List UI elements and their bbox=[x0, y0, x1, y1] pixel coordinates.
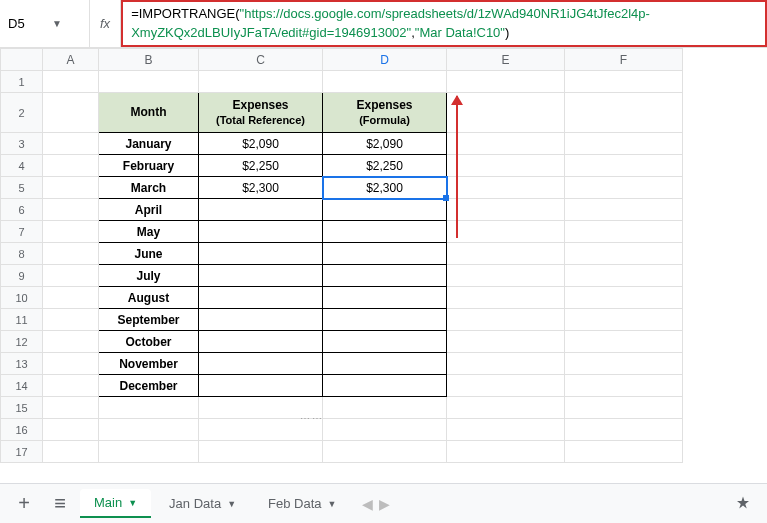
table-row[interactable]: March bbox=[99, 177, 199, 199]
name-box-input[interactable] bbox=[8, 16, 48, 31]
header-month[interactable]: Month bbox=[99, 93, 199, 133]
table-row[interactable]: May bbox=[99, 221, 199, 243]
col-header-e[interactable]: E bbox=[447, 49, 565, 71]
table-row[interactable]: July bbox=[99, 265, 199, 287]
row-header[interactable]: 1 bbox=[1, 71, 43, 93]
row-header[interactable]: 7 bbox=[1, 221, 43, 243]
sheet-tab-bar: + ≡ Main▼ Jan Data▼ Feb Data▼ ◀ ▶ bbox=[0, 483, 767, 523]
row-header[interactable]: 12 bbox=[1, 331, 43, 353]
tab-nav-left-icon[interactable]: ◀ bbox=[360, 494, 375, 514]
cell[interactable] bbox=[43, 71, 99, 93]
table-row[interactable]: April bbox=[99, 199, 199, 221]
row-header[interactable]: 4 bbox=[1, 155, 43, 177]
explore-icon bbox=[734, 495, 752, 513]
header-expenses-ref[interactable]: Expenses(Total Reference) bbox=[199, 93, 323, 133]
spreadsheet-grid[interactable]: A B C D E F 1 2 Month Expenses(Total Ref… bbox=[0, 48, 767, 466]
table-row[interactable]: February bbox=[99, 155, 199, 177]
tab-dropdown-icon[interactable]: ▼ bbox=[227, 499, 236, 509]
tab-dropdown-icon[interactable]: ▼ bbox=[328, 499, 337, 509]
row-header[interactable]: 6 bbox=[1, 199, 43, 221]
header-expenses-formula[interactable]: Expenses(Formula) bbox=[323, 93, 447, 133]
col-header-f[interactable]: F bbox=[565, 49, 683, 71]
row-header[interactable]: 8 bbox=[1, 243, 43, 265]
sheet-tab-jan[interactable]: Jan Data▼ bbox=[155, 490, 250, 517]
sheet-tab-feb[interactable]: Feb Data▼ bbox=[254, 490, 350, 517]
tab-nav-right-icon[interactable]: ▶ bbox=[377, 494, 392, 514]
name-box-dropdown-icon[interactable]: ▼ bbox=[52, 18, 62, 29]
row-header[interactable]: 3 bbox=[1, 133, 43, 155]
add-sheet-button[interactable]: + bbox=[8, 488, 40, 520]
tab-dropdown-icon[interactable]: ▼ bbox=[128, 498, 137, 508]
table-row[interactable]: June bbox=[99, 243, 199, 265]
drag-handle-icon: ⋯⋯ bbox=[300, 413, 324, 424]
name-box[interactable]: ▼ bbox=[0, 0, 90, 47]
row-header[interactable]: 15 bbox=[1, 397, 43, 419]
row-header[interactable]: 5 bbox=[1, 177, 43, 199]
row-header[interactable]: 9 bbox=[1, 265, 43, 287]
formula-arg2: "Mar Data!C10" bbox=[415, 25, 505, 40]
all-sheets-button[interactable]: ≡ bbox=[44, 488, 76, 520]
formula-func: =IMPORTRANGE bbox=[131, 6, 235, 21]
table-row[interactable]: November bbox=[99, 353, 199, 375]
col-header-b[interactable]: B bbox=[99, 49, 199, 71]
fx-label: fx bbox=[90, 0, 121, 47]
row-header[interactable]: 17 bbox=[1, 441, 43, 463]
col-header-a[interactable]: A bbox=[43, 49, 99, 71]
row-header[interactable]: 10 bbox=[1, 287, 43, 309]
formula-bar[interactable]: =IMPORTRANGE("https://docs.google.com/sp… bbox=[121, 0, 767, 47]
row-header[interactable]: 2 bbox=[1, 93, 43, 133]
table-row[interactable]: December bbox=[99, 375, 199, 397]
table-row[interactable]: August bbox=[99, 287, 199, 309]
row-header[interactable]: 16 bbox=[1, 419, 43, 441]
row-header[interactable]: 11 bbox=[1, 309, 43, 331]
annotation-arrow bbox=[456, 96, 458, 238]
row-header[interactable]: 13 bbox=[1, 353, 43, 375]
row-header[interactable]: 14 bbox=[1, 375, 43, 397]
explore-button[interactable] bbox=[727, 488, 759, 520]
table-row[interactable]: January bbox=[99, 133, 199, 155]
active-cell[interactable]: $2,300 bbox=[323, 177, 447, 199]
sheet-tab-main[interactable]: Main▼ bbox=[80, 489, 151, 518]
col-header-d[interactable]: D bbox=[323, 49, 447, 71]
select-all-cell[interactable] bbox=[1, 49, 43, 71]
table-row[interactable]: September bbox=[99, 309, 199, 331]
col-header-c[interactable]: C bbox=[199, 49, 323, 71]
table-row[interactable]: October bbox=[99, 331, 199, 353]
